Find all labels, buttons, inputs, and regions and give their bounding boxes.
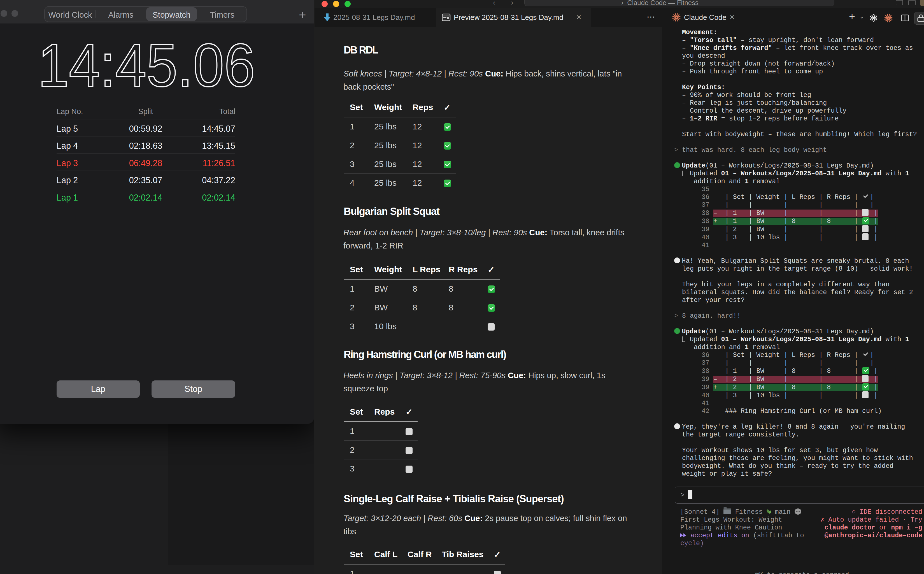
svg-text:14:45.06: 14:45.06 [38, 31, 255, 99]
